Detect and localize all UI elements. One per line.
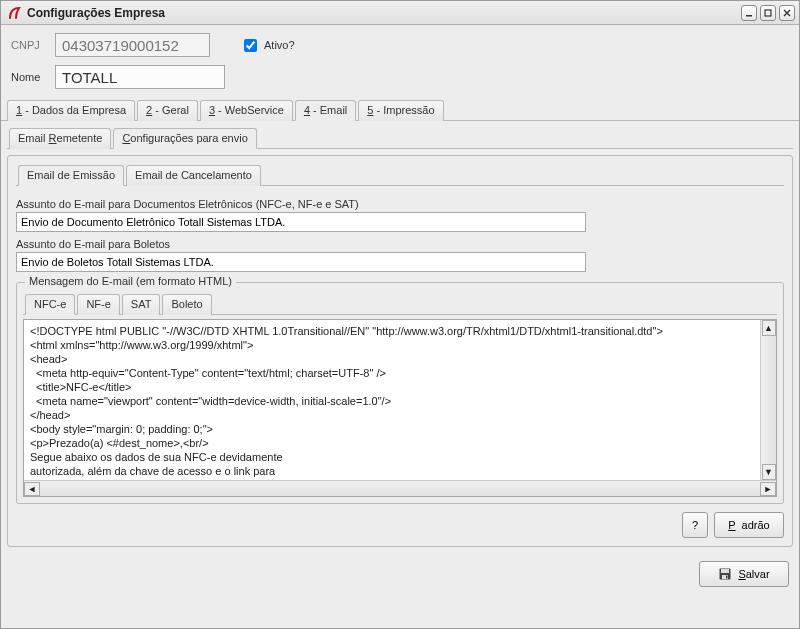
help-button[interactable]: ? xyxy=(682,512,708,538)
nome-label: Nome xyxy=(11,71,49,83)
subtabs: Email Remetente Configurações para envio xyxy=(7,127,793,149)
window-title: Configurações Empresa xyxy=(27,6,741,20)
mensagem-fieldset: Mensagem do E-mail (em formato HTML) NFC… xyxy=(16,282,784,504)
assunto-doc-label: Assunto do E-mail para Documentos Eletrô… xyxy=(16,198,784,210)
msg-textarea-wrap: <!DOCTYPE html PUBLIC "-//W3C//DTD XHTML… xyxy=(23,319,777,497)
tab-email-cancelamento[interactable]: Email de Cancelamento xyxy=(126,165,261,186)
tab-email-body: Email Remetente Configurações para envio… xyxy=(1,121,799,553)
ativo-label: Ativo? xyxy=(264,39,295,51)
cnpj-label: CNPJ xyxy=(11,39,49,51)
scroll-left-button[interactable]: ◄ xyxy=(24,482,40,496)
emission-tabs: Email de Emissão Email de Cancelamento xyxy=(16,164,784,186)
titlebar: Configurações Empresa xyxy=(1,1,799,25)
scroll-right-button[interactable]: ► xyxy=(760,482,776,496)
msg-tab-boleto[interactable]: Boleto xyxy=(162,294,211,315)
header-form: CNPJ Ativo? Nome xyxy=(1,25,799,99)
padrao-button[interactable]: Padrão xyxy=(714,512,784,538)
main-tabs: 1 - Dados da Empresa 2 - Geral 3 - WebSe… xyxy=(1,99,799,121)
window-controls xyxy=(741,5,795,21)
scroll-down-button[interactable]: ▼ xyxy=(762,464,776,480)
window-root: Configurações Empresa CNPJ Ativo? Nome xyxy=(0,0,800,629)
nome-input[interactable] xyxy=(55,65,225,89)
maximize-button[interactable] xyxy=(760,5,776,21)
minimize-button[interactable] xyxy=(741,5,757,21)
msg-tab-nfe[interactable]: NF-e xyxy=(77,294,119,315)
subtab-email-remetente[interactable]: Email Remetente xyxy=(9,128,111,149)
tab-geral[interactable]: 2 - Geral xyxy=(137,100,198,121)
tab-dados-empresa[interactable]: 1 - Dados da Empresa xyxy=(7,100,135,121)
horizontal-scrollbar[interactable]: ◄ ► xyxy=(24,480,776,496)
tab-impressao[interactable]: 5 - Impressão xyxy=(358,100,443,121)
svg-rect-0 xyxy=(746,15,752,17)
msg-tabs: NFC-e NF-e SAT Boleto xyxy=(23,293,777,315)
config-envio-panel: Email de Emissão Email de Cancelamento A… xyxy=(7,155,793,547)
subtab-config-envio[interactable]: Configurações para envio xyxy=(113,128,256,149)
msg-textarea[interactable]: <!DOCTYPE html PUBLIC "-//W3C//DTD XHTML… xyxy=(24,320,760,480)
scroll-up-button[interactable]: ▲ xyxy=(762,320,776,336)
msg-tab-nfce[interactable]: NFC-e xyxy=(25,294,75,315)
ativo-checkbox-wrap[interactable]: Ativo? xyxy=(240,36,295,55)
tab-webservice[interactable]: 3 - WebService xyxy=(200,100,293,121)
assunto-boleto-input[interactable] xyxy=(16,252,586,272)
cnpj-input[interactable] xyxy=(55,33,210,57)
close-button[interactable] xyxy=(779,5,795,21)
svg-rect-1 xyxy=(765,10,771,16)
panel-button-row: ? Padrão xyxy=(16,512,784,538)
vertical-scrollbar[interactable]: ▲ ▼ xyxy=(760,320,776,480)
assunto-boleto-label: Assunto do E-mail para Boletos xyxy=(16,238,784,250)
tab-email-emissao[interactable]: Email de Emissão xyxy=(18,165,124,186)
assunto-doc-input[interactable] xyxy=(16,212,586,232)
save-icon xyxy=(718,567,732,581)
mensagem-legend: Mensagem do E-mail (em formato HTML) xyxy=(25,275,236,287)
salvar-button[interactable]: Salvar xyxy=(699,561,789,587)
ativo-checkbox[interactable] xyxy=(244,39,257,52)
footer: Salvar xyxy=(1,553,799,597)
svg-rect-5 xyxy=(726,576,728,579)
svg-rect-3 xyxy=(721,569,729,573)
emissao-body: Assunto do E-mail para Documentos Eletrô… xyxy=(16,186,784,538)
tab-email[interactable]: 4 - Email xyxy=(295,100,356,121)
app-icon xyxy=(7,6,21,20)
msg-tab-sat[interactable]: SAT xyxy=(122,294,161,315)
